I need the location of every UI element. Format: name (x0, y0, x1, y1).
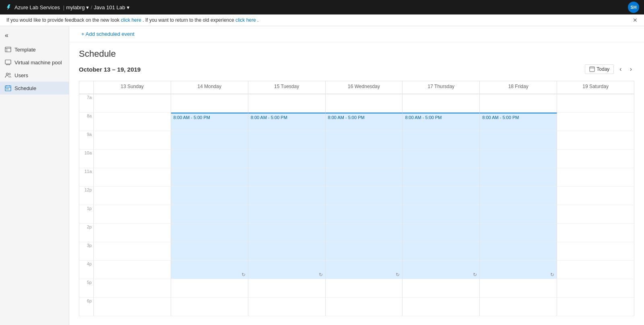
cal-cell-fri-7[interactable] (480, 94, 557, 113)
cal-cell-sun-8[interactable] (94, 113, 171, 131)
prev-week-button[interactable]: ‹ (617, 64, 624, 74)
breadcrumb-java101[interactable]: Java 101 Lab ▾ (94, 4, 130, 10)
cal-cell-sun-10[interactable] (94, 150, 171, 168)
cal-cell-fri-16[interactable]: ↻ (480, 261, 557, 279)
cal-cell-mon-18[interactable] (171, 298, 248, 316)
cal-cell-thu-15[interactable] (402, 242, 480, 261)
cal-cell-sun-16[interactable] (94, 261, 171, 279)
sidebar-collapse-button[interactable]: « (0, 29, 69, 41)
next-week-button[interactable]: › (627, 64, 634, 74)
user-avatar[interactable]: SH (628, 2, 639, 13)
cal-cell-thu-13[interactable] (402, 205, 480, 224)
notif-close-button[interactable]: ✕ (633, 17, 638, 23)
cal-cell-wed-10[interactable] (326, 150, 403, 168)
cal-cell-sat-8[interactable] (557, 113, 634, 131)
cal-cell-thu-7[interactable] (402, 94, 480, 113)
cal-cell-wed-14[interactable] (326, 224, 403, 242)
cal-cell-fri-11[interactable] (480, 168, 557, 187)
cal-cell-mon-10[interactable] (171, 150, 248, 168)
add-event-button[interactable]: + Add scheduled event (79, 29, 137, 39)
cal-cell-tue-18[interactable] (248, 298, 326, 316)
cal-cell-tue-16[interactable]: ↻ (248, 261, 326, 279)
cal-cell-thu-12[interactable] (402, 187, 480, 205)
cal-cell-fri-8[interactable]: 8:00 AM - 5:00 PM (480, 113, 557, 131)
cal-cell-mon-13[interactable] (171, 205, 248, 224)
cal-cell-mon-11[interactable] (171, 168, 248, 187)
cal-cell-tue-10[interactable] (248, 150, 326, 168)
cal-cell-sat-18[interactable] (557, 298, 634, 316)
cal-cell-tue-17[interactable] (248, 279, 326, 298)
cal-cell-sat-14[interactable] (557, 224, 634, 242)
cal-cell-sun-13[interactable] (94, 205, 171, 224)
cal-cell-fri-10[interactable] (480, 150, 557, 168)
cal-cell-mon-8[interactable]: 8:00 AM - 5:00 PM (171, 113, 248, 131)
cal-cell-mon-7[interactable] (171, 94, 248, 113)
sidebar-item-schedule[interactable]: Schedule (0, 82, 69, 95)
cal-cell-fri-15[interactable] (480, 242, 557, 261)
cal-cell-sat-7[interactable] (557, 94, 634, 113)
cal-cell-sun-12[interactable] (94, 187, 171, 205)
cal-cell-thu-18[interactable] (402, 298, 480, 316)
cal-cell-wed-9[interactable] (326, 131, 403, 150)
cal-cell-tue-8[interactable]: 8:00 AM - 5:00 PM (248, 113, 326, 131)
cal-cell-thu-10[interactable] (402, 150, 480, 168)
sidebar-item-users[interactable]: Users (0, 69, 69, 82)
cal-cell-fri-18[interactable] (480, 298, 557, 316)
cal-cell-sun-7[interactable] (94, 94, 171, 113)
cal-cell-fri-14[interactable] (480, 224, 557, 242)
cal-cell-mon-14[interactable] (171, 224, 248, 242)
today-button[interactable]: Today (585, 64, 614, 74)
cal-cell-sat-13[interactable] (557, 205, 634, 224)
notif-link2[interactable]: click here (235, 17, 256, 23)
cal-cell-sun-15[interactable] (94, 242, 171, 261)
cal-cell-wed-15[interactable] (326, 242, 403, 261)
cal-cell-fri-13[interactable] (480, 205, 557, 224)
cal-cell-tue-12[interactable] (248, 187, 326, 205)
cal-cell-wed-17[interactable] (326, 279, 403, 298)
cal-cell-sat-12[interactable] (557, 187, 634, 205)
cal-cell-wed-12[interactable] (326, 187, 403, 205)
cal-cell-mon-9[interactable] (171, 131, 248, 150)
cal-cell-sun-14[interactable] (94, 224, 171, 242)
cal-cell-thu-16[interactable]: ↻ (402, 261, 480, 279)
cal-cell-fri-17[interactable] (480, 279, 557, 298)
cal-cell-sun-18[interactable] (94, 298, 171, 316)
cal-cell-sun-17[interactable] (94, 279, 171, 298)
cal-cell-wed-18[interactable] (326, 298, 403, 316)
cal-cell-fri-12[interactable] (480, 187, 557, 205)
cal-cell-wed-8[interactable]: 8:00 AM - 5:00 PM (326, 113, 403, 131)
cal-cell-mon-16[interactable]: ↻ (171, 261, 248, 279)
cal-cell-thu-14[interactable] (402, 224, 480, 242)
cal-cell-sat-9[interactable] (557, 131, 634, 150)
sidebar-item-vm-pool[interactable]: Virtual machine pool (0, 56, 69, 69)
cal-cell-tue-7[interactable] (248, 94, 326, 113)
cal-cell-sat-16[interactable] (557, 261, 634, 279)
breadcrumb-mylabrg[interactable]: mylabrg ▾ (66, 4, 89, 10)
cal-cell-sat-10[interactable] (557, 150, 634, 168)
cal-cell-wed-11[interactable] (326, 168, 403, 187)
cal-cell-mon-15[interactable] (171, 242, 248, 261)
cal-cell-mon-12[interactable] (171, 187, 248, 205)
cal-cell-thu-9[interactable] (402, 131, 480, 150)
cal-cell-tue-15[interactable] (248, 242, 326, 261)
cal-cell-tue-13[interactable] (248, 205, 326, 224)
cal-cell-thu-8[interactable]: 8:00 AM - 5:00 PM (402, 113, 480, 131)
cal-cell-sat-11[interactable] (557, 168, 634, 187)
cal-cell-tue-11[interactable] (248, 168, 326, 187)
cal-cell-sun-9[interactable] (94, 131, 171, 150)
cal-cell-tue-14[interactable] (248, 224, 326, 242)
cal-cell-sat-15[interactable] (557, 242, 634, 261)
cal-cell-fri-9[interactable] (480, 131, 557, 150)
cal-cell-sun-11[interactable] (94, 168, 171, 187)
cal-cell-thu-17[interactable] (402, 279, 480, 298)
cal-cell-thu-11[interactable] (402, 168, 480, 187)
cal-cell-wed-7[interactable] (326, 94, 403, 113)
sidebar-item-template[interactable]: Template (0, 43, 69, 56)
cal-cell-sat-17[interactable] (557, 279, 634, 298)
cal-cell-mon-17[interactable] (171, 279, 248, 298)
cal-cell-wed-13[interactable] (326, 205, 403, 224)
notif-link1[interactable]: click here (121, 17, 141, 23)
calendar-container[interactable]: 13 Sunday14 Monday15 Tuesday16 Wednesday… (79, 81, 634, 325)
cal-cell-wed-16[interactable]: ↻ (326, 261, 403, 279)
cal-cell-tue-9[interactable] (248, 131, 326, 150)
